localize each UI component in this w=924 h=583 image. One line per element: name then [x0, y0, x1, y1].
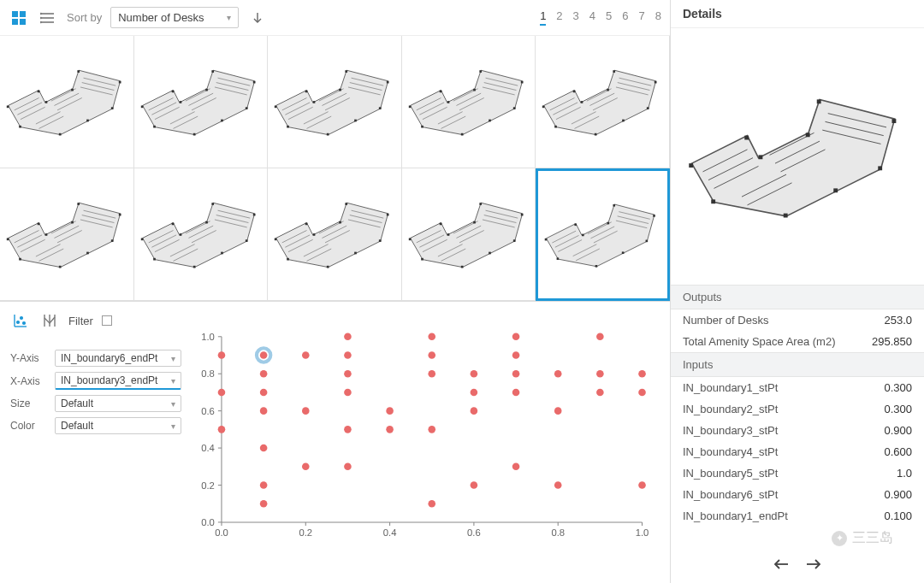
kv-key: Number of Desks	[683, 314, 768, 327]
kv-row: IN_boundary1_endPt0.100	[671, 505, 924, 527]
scatter-point[interactable]	[638, 389, 646, 397]
thumbnail-cell[interactable]	[402, 36, 536, 168]
scatter-point[interactable]	[554, 407, 562, 415]
scatter-chart-icon[interactable]	[10, 310, 31, 331]
scatter-point[interactable]	[512, 370, 520, 378]
scatter-point[interactable]	[260, 351, 268, 359]
svg-point-31	[40, 21, 41, 22]
thumbnail-cell[interactable]	[134, 36, 269, 168]
thumbnail-cell[interactable]	[0, 36, 134, 168]
kv-value: 0.600	[884, 445, 912, 458]
scatter-point[interactable]	[260, 500, 268, 508]
size-label: Size	[10, 398, 48, 409]
thumbnail-grid-area	[0, 36, 670, 302]
scatter-point[interactable]	[471, 370, 478, 378]
prev-arrow-icon[interactable]	[771, 554, 791, 574]
scatter-point[interactable]	[512, 333, 520, 341]
page-link[interactable]: 8	[655, 9, 661, 26]
scatter-point[interactable]	[428, 333, 435, 341]
scatter-point[interactable]	[218, 426, 226, 433]
thumbnail-cell[interactable]	[402, 168, 536, 301]
scatter-point[interactable]	[218, 389, 226, 397]
thumbnail-cell[interactable]	[0, 168, 134, 301]
scatter-point[interactable]	[512, 462, 520, 470]
scatter-point[interactable]	[260, 445, 268, 452]
xaxis-select[interactable]: IN_boundary3_endPt▾	[55, 372, 181, 390]
outputs-list: Number of Desks253.0Total Amenity Space …	[671, 309, 924, 352]
scatter-point[interactable]	[302, 407, 310, 415]
sort-direction-icon[interactable]	[247, 8, 268, 28]
scatter-point[interactable]	[218, 351, 226, 359]
thumbnail-cell[interactable]	[536, 168, 670, 301]
scatter-point[interactable]	[596, 370, 604, 378]
kv-key: IN_boundary5_stPt	[683, 467, 778, 480]
kv-row: IN_boundary2_stPt0.300	[671, 398, 924, 420]
kv-value: 0.300	[884, 381, 912, 394]
yaxis-select[interactable]: IN_boundary6_endPt▾	[55, 350, 181, 367]
detail-thumbnail	[671, 28, 924, 285]
scatter-point[interactable]	[596, 333, 604, 341]
kv-key: IN_boundary3_stPt	[683, 424, 778, 437]
scatter-point[interactable]	[302, 351, 310, 359]
thumbnail-cell[interactable]	[536, 36, 670, 168]
scatter-point[interactable]	[428, 426, 435, 433]
filter-checkbox[interactable]	[102, 315, 112, 326]
page-link[interactable]: 2	[556, 9, 562, 26]
scatter-point[interactable]	[471, 407, 478, 415]
scatter-point[interactable]	[512, 351, 520, 359]
thumbnail-cell[interactable]	[268, 36, 402, 168]
page-link[interactable]: 7	[639, 9, 645, 26]
kv-row: IN_boundary5_stPt1.0	[671, 462, 924, 484]
scatter-point[interactable]	[428, 351, 435, 359]
scatter-point[interactable]	[344, 462, 352, 470]
kv-key: IN_boundary4_stPt	[683, 445, 778, 458]
axis-controls: Y-Axis IN_boundary6_endPt▾ X-Axis IN_bou…	[10, 336, 181, 434]
scatter-point[interactable]	[554, 370, 562, 378]
details-panel: Details Outputs Number of Desks253.0Tota…	[671, 0, 924, 583]
size-select[interactable]: Default▾	[55, 395, 181, 412]
page-link[interactable]: 6	[622, 9, 628, 26]
scatter-point[interactable]	[344, 351, 352, 359]
page-link[interactable]: 1	[540, 9, 546, 26]
scatter-point[interactable]	[260, 389, 268, 397]
svg-point-35	[17, 321, 20, 324]
kv-value: 295.850	[872, 335, 912, 348]
scatter-point[interactable]	[260, 370, 268, 378]
scatter-point[interactable]	[638, 370, 646, 378]
scatter-point[interactable]	[260, 481, 268, 489]
scatter-point[interactable]	[428, 500, 435, 508]
scatter-point[interactable]	[344, 426, 352, 433]
scatter-svg: 0.00.20.40.60.81.00.00.20.40.60.81.0	[187, 310, 660, 559]
scatter-point[interactable]	[471, 481, 478, 489]
scatter-point[interactable]	[302, 462, 310, 470]
grid-view-icon[interactable]	[9, 8, 29, 28]
scatter-point[interactable]	[638, 481, 646, 489]
svg-text:1.0: 1.0	[636, 527, 649, 538]
scatter-plot[interactable]: 0.00.20.40.60.81.00.00.20.40.60.81.0	[187, 310, 660, 559]
kv-key: Total Amenity Space Area (m2)	[683, 335, 835, 348]
sort-select[interactable]: Number of Desks ▾	[110, 7, 239, 28]
scatter-point[interactable]	[386, 426, 394, 433]
scatter-point[interactable]	[554, 481, 562, 489]
kv-row: IN_boundary6_stPt0.900	[671, 484, 924, 505]
parallel-chart-icon[interactable]	[39, 310, 60, 331]
page-link[interactable]: 5	[606, 9, 612, 26]
scatter-point[interactable]	[344, 370, 352, 378]
page-link[interactable]: 3	[573, 9, 579, 26]
scatter-point[interactable]	[512, 389, 520, 397]
scatter-point[interactable]	[596, 389, 604, 397]
svg-text:0.2: 0.2	[299, 527, 312, 538]
next-arrow-icon[interactable]	[803, 554, 824, 574]
thumbnail-cell[interactable]	[134, 168, 269, 301]
scatter-point[interactable]	[471, 389, 478, 397]
page-link[interactable]: 4	[589, 9, 595, 26]
scatter-point[interactable]	[344, 389, 352, 397]
color-select[interactable]: Default▾	[55, 417, 181, 434]
thumbnail-cell[interactable]	[268, 168, 402, 301]
kv-row: IN_boundary4_stPt0.600	[671, 441, 924, 462]
list-view-icon[interactable]	[38, 8, 58, 28]
scatter-point[interactable]	[386, 407, 394, 415]
scatter-point[interactable]	[344, 333, 352, 341]
scatter-point[interactable]	[428, 370, 435, 378]
scatter-point[interactable]	[260, 407, 268, 415]
